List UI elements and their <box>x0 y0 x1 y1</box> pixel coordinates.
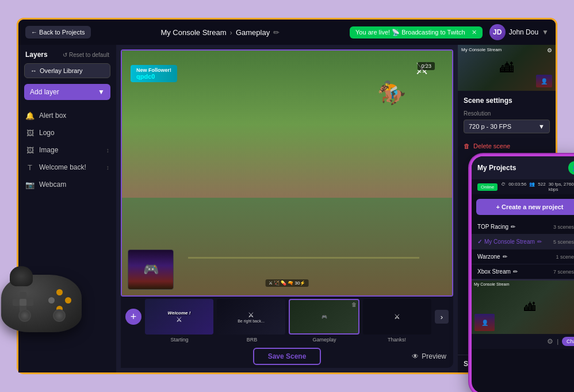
mobile-status-bar: Online ⏱ 00:03:56 👥 522 30 fps, 2760 kbp… <box>472 179 574 194</box>
project-item-xbox-stream[interactable]: Xbox Stream ✏ 7 scenes 🗑 <box>472 264 574 279</box>
edit-icon[interactable]: ✏ <box>273 28 280 37</box>
edit-pencil-icon[interactable]: ✏ <box>511 224 515 230</box>
console-stream-info: 5 scenes 🗑 <box>553 239 574 245</box>
status-timer: ⏱ <box>501 182 506 192</box>
add-scene-button[interactable]: + <box>125 309 141 325</box>
label-brb: BRB <box>217 337 286 343</box>
stream-thumb: 🏙 My Console Stream 👤 ⚙ <box>458 45 556 91</box>
user-area: JD John Dou ▼ <box>489 24 549 40</box>
label-starting: Starting <box>145 337 214 343</box>
console-stream-name: ✓ My Console Stream ✏ <box>477 239 542 245</box>
gamepad-decoration <box>1 275 93 355</box>
starting-icon: ⚔ <box>176 316 182 324</box>
image-action-icon[interactable]: ↕ <box>106 147 110 153</box>
thumb-webcam: 👤 <box>536 75 552 87</box>
chat-button[interactable]: Chat <box>562 337 574 346</box>
mobile-title: My Projects <box>477 164 516 172</box>
preview-button[interactable]: 👁 Preview <box>412 352 446 360</box>
save-scene-button[interactable]: Save Scene <box>253 348 322 365</box>
top-racing-info: 3 scenes 🗑 <box>553 224 574 230</box>
xbox-stream-name: Xbox Stream ✏ <box>477 268 518 275</box>
chat-label: Chat <box>567 339 574 344</box>
overlay-lib-label: Overlay Library <box>40 67 83 74</box>
top-bar: ← Back to Projects My Console Stream › G… <box>18 20 556 45</box>
mobile-stream-preview: 🏙 👤 My Console Stream ⚙ <box>472 279 574 334</box>
follower-text: New Follower! <box>136 67 171 73</box>
sidebar-item-logo[interactable]: 🖼 Logo <box>18 124 116 141</box>
new-follower-banner: New Follower! qpdc0 <box>131 65 177 82</box>
mobile-bottom-bar: ⚙ | Chat <box>472 334 574 349</box>
sidebar-item-welcome[interactable]: T Welcome back! ↕ <box>18 159 116 176</box>
game-hud: ⚔ 🏹 💊 🔫 30⚡ <box>266 279 309 287</box>
resolution-select[interactable]: 720 p - 30 FPS ▼ <box>464 120 550 133</box>
gameplay-icon: 🎮 <box>322 314 327 320</box>
scene-starting[interactable]: Welcome ! ⚔ <box>145 299 213 335</box>
avatar: JD <box>489 24 506 40</box>
user-dropdown-icon[interactable]: ▼ <box>542 28 549 36</box>
delete-gameplay-icon[interactable]: 🗑 <box>351 302 357 308</box>
mobile-phone-overlay: My Projects 👤 Online ⏱ 00:03:56 👥 522 30… <box>469 154 574 392</box>
timer: 0:23 <box>418 62 435 70</box>
sidebar-header: Layers ↺ Reset to default <box>18 51 116 63</box>
live-badge: You are live! 📡 Broadcasting to Twitch ✕ <box>350 26 483 39</box>
project-item-warzone[interactable]: Warzone ✏ 1 scene 🗑 <box>472 249 574 264</box>
overlay-library-button[interactable]: ↔ Overlay Library <box>24 63 110 78</box>
project-item-top-racing[interactable]: TOP Racing ✏ 3 scenes 🗑 <box>472 220 574 235</box>
preview-label: Preview <box>422 352 446 360</box>
live-text: You are live! 📡 Broadcasting to Twitch <box>355 29 465 36</box>
sidebar-item-image[interactable]: 🖼 Image ↕ <box>18 141 116 159</box>
scene-gameplay[interactable]: 🎮 🗑 <box>289 299 359 335</box>
scene-next-button[interactable]: › <box>435 310 449 324</box>
edit-pencil4-icon[interactable]: ✏ <box>513 268 518 275</box>
dropdown-chevron-icon: ▼ <box>98 88 105 96</box>
edit-pencil2-icon[interactable]: ✏ <box>537 239 542 245</box>
scene-subtitle: Gameplay <box>236 28 270 37</box>
add-layer-label: Add layer <box>30 88 59 96</box>
alertbox-label: Alert box <box>39 112 66 120</box>
resolution-value: 720 p - 30 FPS <box>469 123 511 130</box>
create-project-button[interactable]: + Create a new project <box>476 199 574 215</box>
welcome-action-icon[interactable]: ↕ <box>106 164 110 171</box>
webcam-icon: 📷 <box>25 180 35 189</box>
image-icon: 🖼 <box>25 145 35 155</box>
label-thanks: Thanks! <box>362 337 431 343</box>
game-preview: New Follower! qpdc0 ⚔ 0:23 🏇 🎮 ⚔ 🏹 💊 � <box>122 51 452 295</box>
webcam-overlay: 🎮 <box>128 249 174 290</box>
project-list: TOP Racing ✏ 3 scenes 🗑 ✓ My Console Str… <box>472 220 574 279</box>
thumb-scene-icon: 🏙 <box>500 60 514 76</box>
webcam-label: Webcam <box>39 180 66 189</box>
sidebar-item-webcam[interactable]: 📷 Webcam <box>18 176 116 193</box>
reset-button[interactable]: ↺ Reset to default <box>63 52 109 58</box>
scene-brb[interactable]: ⚔ Be right back... <box>217 299 285 335</box>
delete-scene-button[interactable]: 🗑 Delete scene <box>464 140 510 152</box>
scenes-strip: + Welcome ! ⚔ ⚔ Be right back... 🎮 🗑 <box>121 297 453 337</box>
text-icon: T <box>25 163 35 172</box>
back-button[interactable]: ← Back to Projects <box>25 26 91 39</box>
app-window: ← Back to Projects My Console Stream › G… <box>17 18 557 374</box>
fps-value: 30 fps, 2760 kbps <box>549 182 574 192</box>
overlay-lib-icon: ↔ <box>30 67 37 74</box>
settings-title: Scene settings <box>464 97 550 105</box>
project-item-console-stream[interactable]: ✓ My Console Stream ✏ 5 scenes 🗑 <box>472 235 574 249</box>
resolution-dropdown-icon: ▼ <box>538 123 545 130</box>
viewers-icon: 👥 <box>529 182 535 192</box>
resolution-label: Resolution <box>464 110 550 117</box>
mobile-stream-label: My Console Stream <box>474 282 509 286</box>
edit-pencil3-icon[interactable]: ✏ <box>503 253 507 260</box>
label-gameplay: Gameplay <box>290 337 359 343</box>
sidebar-item-alertbox[interactable]: 🔔 Alert box <box>18 107 116 124</box>
analog-right <box>53 309 66 322</box>
brb-icon: ⚔ <box>248 311 254 319</box>
thumb-corner-icon: ⚙ <box>547 47 552 53</box>
preview-container: New Follower! qpdc0 ⚔ 0:23 🏇 🎮 ⚔ 🏹 💊 � <box>121 49 453 297</box>
mobile-separator: | <box>557 339 558 345</box>
mobile-avatar: 👤 <box>568 161 574 175</box>
live-close-button[interactable]: ✕ <box>472 29 477 36</box>
back-label: ← Back to Projects <box>31 29 85 36</box>
thanks-icon: ⚔ <box>394 313 400 321</box>
top-racing-name: TOP Racing ✏ <box>477 224 515 230</box>
mobile-gear-icon[interactable]: ⚙ <box>547 337 553 345</box>
sidebar-title: Layers <box>25 51 48 59</box>
add-layer-button[interactable]: Add layer ▼ <box>24 84 110 100</box>
scene-thanks[interactable]: ⚔ <box>363 299 431 335</box>
